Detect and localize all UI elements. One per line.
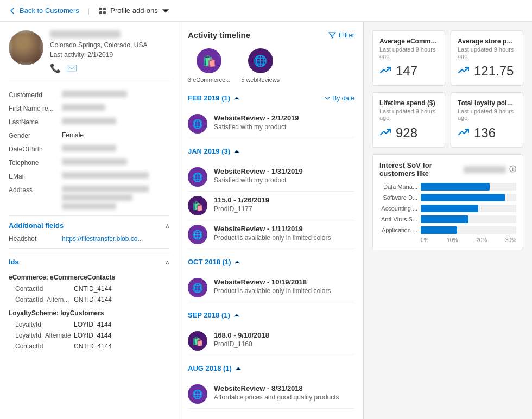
profile-actions: 📞 ✉️	[50, 63, 170, 73]
back-to-customers-button[interactable]: Back to Customers	[9, 7, 79, 15]
additional-fields-chevron[interactable]: ∧	[165, 222, 170, 230]
info-icon[interactable]: ⓘ	[509, 164, 516, 174]
timeline-group-feb2019: FEB 2019 (1) By date 🌐 WebsiteReview - 2…	[188, 94, 354, 138]
metric-subtitle-lifetime-spend: Last updated 9 hours ago	[379, 108, 438, 121]
additional-fields-header: Additional fields ∧	[9, 215, 170, 233]
chart-bar-row-3: Anti-Virus S...	[379, 215, 516, 223]
timeline-desc-jan31: Satisfied with my product	[214, 176, 354, 184]
timeline-title-jan31: WebsiteReview - 1/31/2019	[214, 167, 354, 175]
field-label-customerid: CustomerId	[9, 91, 58, 99]
ids-field-contactid-standalone: ContactId CNTID_4144	[9, 341, 170, 352]
field-label-gender: Gender	[9, 131, 58, 139]
metric-value-loyalty-points: 136	[458, 125, 516, 141]
chart-bar-bg-3	[421, 215, 516, 223]
metric-card-avg-ecommerce: Average eCommerc... Last updated 9 hours…	[372, 30, 445, 86]
trending-up-icon-0	[379, 64, 391, 79]
field-label-telephone: Telephone	[9, 158, 58, 167]
top-bar: Back to Customers | Profile add-ons	[0, 0, 532, 22]
profile-activity: Last activity: 2/1/2019	[50, 51, 170, 59]
chart-bar-row-2: Accounting ...	[379, 205, 516, 212]
field-value-firstname	[62, 104, 105, 111]
metric-number-avg-ecommerce: 147	[396, 64, 417, 79]
field-value-dob	[62, 145, 116, 151]
field-label-firstname: First Name re...	[9, 104, 58, 112]
chart-bar-label-1: Software D...	[379, 194, 417, 201]
profile-name	[50, 30, 121, 38]
field-row-telephone: Telephone	[9, 156, 170, 169]
phone-icon[interactable]: 📞	[50, 63, 61, 73]
activity-icon-ecommerce: 🛍️ 3 eCommerce...	[188, 48, 230, 83]
email-icon[interactable]: ✉️	[66, 63, 77, 73]
metric-number-lifetime-spend: 928	[396, 125, 417, 141]
timeline-title-aug31: WebsiteReview - 8/31/2018	[214, 384, 354, 392]
timeline-title-sep10: 168.0 - 9/10/2018	[214, 331, 354, 339]
timeline-desc-jan11: Product is available only in limited col…	[214, 234, 354, 242]
metric-title-loyalty-points: Total loyalty points	[458, 99, 516, 107]
timeline-icon-globe-jan31: 🌐	[188, 167, 207, 187]
timeline-icon-bag-jan26: 🛍️	[188, 196, 207, 215]
headshot-value[interactable]: https://filestransfer.blob.co...	[62, 235, 143, 243]
metric-card-avg-store: Average store purch... Last updated 9 ho…	[451, 30, 523, 86]
field-row-lastname: LastName	[9, 115, 170, 129]
ids-chevron[interactable]: ∧	[165, 258, 170, 266]
timeline-title: Activity timeline	[188, 30, 250, 40]
timeline-item-websitereview-jan31: 🌐 WebsiteReview - 1/31/2019 Satisfied wi…	[188, 163, 354, 192]
timeline-desc-oct19: Product is available only in limited col…	[214, 287, 354, 295]
timeline-group-jan2019: JAN 2019 (3) 🌐 WebsiteReview - 1/31/2019…	[188, 147, 354, 249]
timeline-group-oct2018: OCT 2018 (1) 🌐 WebsiteReview - 10/19/201…	[188, 258, 354, 302]
ids-field-loyaltyid-alt: LoyaltyId_Alternate LOYID_4144	[9, 330, 170, 341]
chart-title-prefix: Interest SoV for customers like	[379, 161, 460, 177]
field-row-address: Address	[9, 183, 170, 212]
x-label-30: 30%	[505, 237, 516, 243]
chart-bar-bg-0	[421, 183, 516, 191]
timeline-group-header-feb2019: FEB 2019 (1) By date	[188, 94, 354, 104]
fields-section: CustomerId First Name re... LastName Gen…	[9, 82, 170, 212]
metric-number-avg-store: 121.75	[474, 64, 514, 79]
chart-bar-label-0: Data Mana...	[379, 183, 417, 190]
ids-field-loyaltyid: LoyaltyId LOYID_4144	[9, 319, 170, 330]
profile-location: Colorado Springs, Colorado, USA	[50, 41, 170, 49]
timeline-item-websitereview-jan11: 🌐 WebsiteReview - 1/11/2019 Product is a…	[188, 220, 354, 249]
trending-up-icon-3	[458, 126, 470, 141]
chevron-down-icon	[161, 7, 170, 15]
timeline-item-115-jan26: 🛍️ 115.0 - 1/26/2019 ProdID_1177	[188, 192, 354, 220]
timeline-title-jan26: 115.0 - 1/26/2019	[214, 196, 354, 204]
timeline-icon-globe-aug31: 🌐	[188, 384, 207, 404]
timeline-icon-globe-jan11: 🌐	[188, 225, 207, 244]
ids-label-loyaltyid-alt: LoyaltyId_Alternate	[15, 332, 69, 339]
profile-addons-button[interactable]: Profile add-ons	[98, 7, 169, 15]
activity-icon-webreviews: 🌐 5 webReviews	[241, 48, 280, 83]
svg-rect-0	[99, 8, 102, 10]
timeline-content-sep10: 168.0 - 9/10/2018 ProdID_1160	[214, 331, 354, 348]
sort-by-date-button[interactable]: By date	[324, 94, 354, 102]
ids-section: Ids ∧ eCommerce: eCommerceContacts Conta…	[9, 248, 170, 352]
timeline-header: Activity timeline Filter	[188, 30, 354, 40]
additional-fields-title: Additional fields	[9, 221, 64, 230]
timeline-content-jan31: WebsiteReview - 1/31/2019 Satisfied with…	[214, 167, 354, 184]
timeline-item-websitereview-aug31: 🌐 WebsiteReview - 8/31/2018 Affordable p…	[188, 380, 354, 409]
ecommerce-icon-circle: 🛍️	[197, 48, 221, 73]
ids-value-loyaltyid: LOYID_4144	[74, 321, 111, 328]
profile-header: Colorado Springs, Colorado, USA Last act…	[9, 30, 170, 73]
filter-button[interactable]: Filter	[328, 31, 354, 39]
timeline-group-header-sep2018: SEP 2018 (1)	[188, 311, 354, 321]
timeline-group-header-oct2018: OCT 2018 (1)	[188, 258, 354, 268]
timeline-desc-jan26: ProdID_1177	[214, 205, 354, 213]
field-value-lastname	[62, 118, 116, 124]
chart-bar-fill-3	[421, 215, 468, 223]
ids-label-contactid-standalone: ContactId	[15, 342, 69, 350]
ecommerce-icon-label: 3 eCommerce...	[188, 77, 230, 83]
chart-bars-container: Data Mana...Software D...Accounting ...A…	[379, 183, 516, 234]
chevron-up-feb-icon	[233, 95, 240, 101]
filter-label: Filter	[339, 31, 354, 39]
metric-subtitle-avg-ecommerce: Last updated 9 hours ago	[379, 46, 438, 59]
ids-field-contactid-alt: ContactId_Altern... CNTID_4144	[9, 294, 170, 305]
headshot-row: Headshot https://filestransfer.blob.co..…	[9, 233, 170, 245]
ids-field-contactid: ContactId CNTID_4144	[9, 283, 170, 294]
metric-title-avg-ecommerce: Average eCommerc...	[379, 37, 438, 45]
loyalty-group-title: LoyaltyScheme: loyCustomers	[9, 305, 170, 319]
field-row-gender: Gender Female	[9, 129, 170, 142]
group-label-aug2018: AUG 2018 (1)	[188, 364, 242, 372]
field-label-dob: DateOfBirth	[9, 145, 58, 153]
timeline-group-aug2018: AUG 2018 (1) 🌐 WebsiteReview - 8/31/2018…	[188, 364, 354, 409]
